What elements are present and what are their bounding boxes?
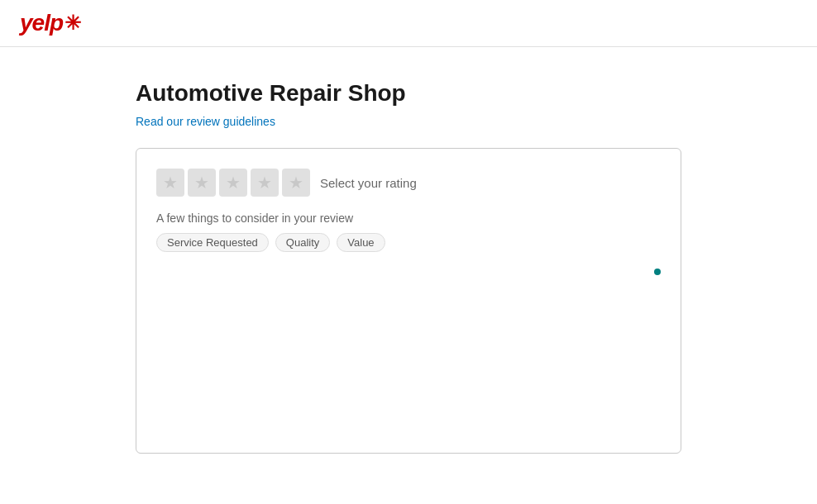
review-card: Select your rating A few things to consi… — [136, 148, 681, 454]
stars-container[interactable] — [156, 169, 310, 197]
yelp-wordmark-text: yelp — [20, 10, 63, 36]
tag-quality[interactable]: Quality — [275, 233, 330, 252]
star-3[interactable] — [219, 169, 247, 197]
star-2[interactable] — [188, 169, 216, 197]
teal-indicator-dot — [654, 269, 661, 275]
star-rating-row: Select your rating — [156, 169, 661, 197]
star-4[interactable] — [251, 169, 279, 197]
tag-service-requested[interactable]: Service Requested — [156, 233, 269, 252]
review-guidelines-link[interactable]: Read our review guidelines — [136, 115, 275, 128]
review-textarea-wrapper — [156, 265, 661, 433]
consider-text: A few things to consider in your review — [156, 212, 661, 225]
yelp-logo[interactable]: yelp ✳ — [20, 10, 81, 36]
page-title: Automotive Repair Shop — [136, 80, 681, 107]
site-header: yelp ✳ — [0, 0, 817, 47]
tag-value[interactable]: Value — [337, 233, 385, 252]
review-textarea[interactable] — [156, 265, 661, 430]
star-1[interactable] — [156, 169, 184, 197]
rating-prompt: Select your rating — [320, 176, 417, 190]
tags-row: Service Requested Quality Value — [156, 233, 661, 252]
star-5[interactable] — [282, 169, 310, 197]
main-content: Automotive Repair Shop Read our review g… — [119, 80, 698, 454]
yelp-burst-icon: ✳ — [64, 12, 81, 35]
